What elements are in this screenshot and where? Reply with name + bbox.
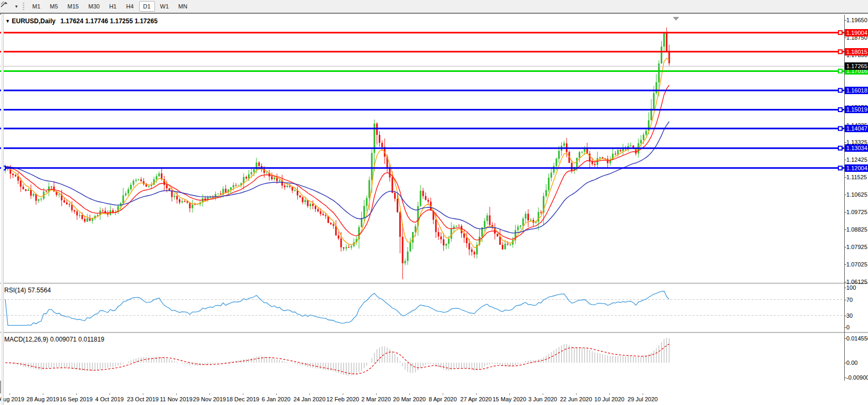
price-pane[interactable]: ▼ EURUSD,Daily 1.17624 1.17746 1.17255 1… [0, 15, 868, 283]
drawing-cursor-icon[interactable] [2, 1, 13, 12]
timeframe-button-m30[interactable]: M30 [84, 1, 104, 12]
time-tick-label: 27 Apr 2020 [460, 396, 491, 402]
macd-tick-label: 0.00 [846, 360, 857, 366]
time-tick-label: 29 Nov 2019 [193, 396, 226, 402]
time-tick-mark [209, 393, 210, 395]
price-tick-label: 1.11525 [846, 174, 867, 180]
time-tick-mark [376, 393, 377, 395]
level-price-label: 1.16018 [845, 87, 868, 94]
time-tick-mark [10, 393, 10, 395]
time-tick-mark [343, 393, 343, 395]
time-tick-mark [309, 393, 310, 395]
time-tick-mark [476, 393, 477, 395]
time-tick-label: 11 Nov 2019 [160, 396, 193, 402]
time-tick-mark [576, 393, 577, 395]
macd-tick-label: -0.009001 [846, 374, 868, 381]
time-tick-label: 23 Oct 2019 [127, 396, 159, 402]
price-tick-label: 1.07025 [846, 261, 867, 268]
price-tick-label: 1.07925 [846, 244, 867, 250]
level-price-label: 1.18015 [845, 48, 868, 56]
chart-title: ▼ EURUSD,Daily 1.17624 1.17746 1.17255 1… [5, 17, 158, 25]
level-price-label: 1.14047 [845, 125, 868, 132]
time-tick-label: 12 Feb 2020 [326, 396, 359, 402]
rsi-tick-label: 0 [846, 324, 849, 330]
timeframe-buttons: M1M5M15M30H1H4D1W1MN [28, 1, 192, 12]
timeframe-button-m1[interactable]: M1 [28, 1, 44, 12]
time-tick-label: 8 Apr 2020 [428, 396, 456, 402]
rsi-canvas[interactable] [0, 285, 844, 332]
time-tick-label: 9 Aug 2019 [0, 396, 24, 402]
time-tick-label: 16 Sep 2019 [60, 396, 93, 402]
timeframe-toolbar: ▾ M1M5M15M30H1H4D1W1MN [0, 0, 868, 13]
collapse-arrow-icon[interactable]: ▼ [5, 19, 10, 24]
price-tick-label: 1.19650 [846, 17, 867, 23]
level-price-label: 1.13034 [845, 144, 868, 152]
time-tick-label: 20 Mar 2020 [393, 396, 426, 402]
time-tick-label: 10 Jul 2020 [595, 396, 625, 402]
time-tick-label: 22 Jun 2020 [560, 396, 592, 402]
level-price-label: 1.15019 [845, 106, 868, 113]
time-tick-mark [509, 393, 510, 395]
price-tick-label: 1.10625 [846, 191, 867, 198]
time-axis: 9 Aug 201928 Aug 201916 Sep 20194 Oct 20… [0, 393, 868, 405]
chart-window: ▼ EURUSD,Daily 1.17624 1.17746 1.17255 1… [0, 13, 868, 405]
time-tick-label: 29 Jul 2020 [628, 396, 658, 402]
rsi-pane[interactable]: RSI(14) 57.5564 [0, 285, 868, 332]
timeframe-button-m15[interactable]: M15 [63, 1, 83, 12]
time-tick-mark [76, 393, 77, 395]
current-price-label: 1.17265 [845, 62, 868, 70]
macd-pane[interactable]: MACD(12,26,9) 0.009071 0.011819 [0, 334, 868, 381]
macd-label: MACD(12,26,9) 0.009071 0.011819 [4, 336, 104, 343]
rsi-tick-label: 70 [846, 297, 853, 303]
toolbar-grip[interactable] [22, 2, 25, 11]
time-tick-label: 3 Jun 2020 [528, 396, 557, 402]
level-price-label: 1.19004 [845, 29, 868, 36]
timeframe-button-m5[interactable]: M5 [45, 1, 62, 12]
time-tick-mark [243, 393, 243, 395]
time-tick-label: 4 Oct 2019 [95, 396, 124, 402]
rsi-label: RSI(14) 57.5564 [4, 287, 51, 294]
time-tick-label: 28 Aug 2019 [26, 396, 59, 402]
time-tick-label: 18 Dec 2019 [226, 396, 259, 402]
macd-tick-label: 0.014556 [846, 335, 868, 342]
time-tick-mark [543, 393, 543, 395]
time-tick-mark [643, 393, 643, 395]
timeframe-button-d1[interactable]: D1 [139, 1, 155, 12]
macd-canvas[interactable] [0, 334, 844, 381]
price-tick-label: 1.09725 [846, 209, 867, 215]
price-tick-label: 1.08825 [846, 226, 867, 233]
price-chart-canvas[interactable] [0, 15, 844, 283]
time-tick-mark [409, 393, 410, 395]
chart-symbol-period: EURUSD,Daily [12, 17, 56, 25]
timeframe-button-h4[interactable]: H4 [122, 1, 138, 12]
time-tick-label: 2 Mar 2020 [361, 396, 391, 402]
scroll-to-end-marker[interactable] [673, 17, 679, 21]
mt4-terminal: ▾ M1M5M15M30H1H4D1W1MN ▼ EURUSD,Daily 1.… [0, 0, 868, 405]
rsi-tick-label: 30 [846, 312, 853, 319]
time-tick-mark [109, 393, 110, 395]
time-tick-mark [43, 393, 43, 395]
chart-ohlc-values: 1.17624 1.17746 1.17255 1.17265 [60, 17, 158, 25]
level-price-label: 1.12004 [845, 164, 868, 172]
timeframe-button-mn[interactable]: MN [174, 1, 191, 12]
timeframe-button-w1[interactable]: W1 [156, 1, 173, 12]
time-tick-mark [276, 393, 277, 395]
time-tick-mark [176, 393, 177, 395]
time-tick-label: 6 Jan 2020 [262, 396, 290, 402]
price-tick-label: 1.12425 [846, 157, 867, 163]
time-tick-mark [143, 393, 143, 395]
time-tick-label: 15 May 2020 [492, 396, 526, 402]
tool-dropdown-caret[interactable]: ▾ [13, 4, 20, 9]
timeframe-button-h1[interactable]: H1 [105, 1, 121, 12]
rsi-tick-label: 100 [846, 284, 856, 291]
time-tick-label: 24 Jan 2020 [294, 396, 326, 402]
time-tick-mark [609, 393, 610, 395]
time-tick-mark [443, 393, 443, 395]
